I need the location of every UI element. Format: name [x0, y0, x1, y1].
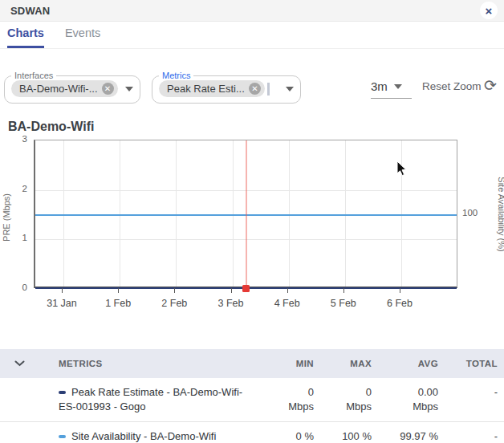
x-tickmark	[174, 288, 175, 293]
metrics-chip-label: Peak Rate Esti...	[167, 83, 245, 95]
chart-plot[interactable]	[34, 140, 457, 288]
metric-name-cell: Peak Rate Estimate - BA-Demo-Wifi-ES-001…	[39, 378, 264, 421]
row-spacer-cell	[0, 422, 39, 437]
filter-toolbar: Interfaces BA-Demo-Wifi-... ✕ Metrics Pe…	[0, 73, 504, 110]
min-value: 0 %	[264, 422, 320, 443]
chart-title: BA-Demo-Wifi	[8, 120, 504, 136]
col-header-max: MAX	[320, 359, 378, 368]
chip-remove-icon[interactable]: ✕	[102, 83, 114, 95]
metric-name: Peak Rate Estimate - BA-Demo-Wifi-ES-001…	[59, 386, 242, 413]
collapse-chevron-icon[interactable]	[0, 349, 39, 378]
metric-name-cell: Site Availability - BA-Demo-Wifi	[39, 422, 264, 443]
interfaces-select[interactable]: Interfaces BA-Demo-Wifi-... ✕	[4, 73, 140, 104]
col-header-total: TOTAL	[445, 359, 504, 368]
row-spacer-cell	[0, 378, 39, 392]
x-tickmark	[400, 288, 400, 293]
chevron-down-icon[interactable]	[125, 87, 133, 91]
tab-events[interactable]: Events	[65, 26, 100, 48]
avg-value: 99.97 %	[378, 422, 445, 443]
mouse-cursor	[396, 161, 408, 177]
right-axis-ticks: 100	[461, 140, 485, 288]
col-header-min: MIN	[264, 359, 320, 368]
x-tickmark	[343, 288, 344, 293]
text-cursor	[267, 83, 270, 96]
close-icon[interactable]: ×	[480, 2, 498, 19]
time-range-select[interactable]: 3m	[371, 79, 412, 99]
window-title: SDWAN	[10, 5, 50, 17]
interfaces-label: Interfaces	[11, 73, 56, 78]
series-legend-marker	[59, 435, 66, 438]
col-header-avg: AVG	[378, 359, 445, 368]
time-range-value: 3m	[371, 79, 388, 93]
x-tickmark	[287, 288, 288, 293]
left-axis-tick-label: 0	[22, 282, 27, 292]
left-axis-ticks: 0123	[0, 140, 30, 288]
series-legend-marker	[59, 391, 66, 394]
avg-value: 0.00 Mbps	[378, 378, 445, 421]
x-tickmark	[118, 288, 119, 293]
table-row[interactable]: Site Availability - BA-Demo-Wifi0 %100 %…	[0, 422, 504, 443]
total-value: -	[445, 422, 504, 443]
x-axis-tick-label: 31 Jan	[38, 298, 86, 309]
metrics-chip[interactable]: Peak Rate Esti... ✕	[159, 80, 265, 97]
min-value: 0 Mbps	[264, 378, 320, 421]
table-header-row: METRICS MIN MAX AVG TOTAL	[0, 349, 504, 378]
chip-remove-icon[interactable]: ✕	[249, 83, 261, 95]
x-axis-tick-label: 1 Feb	[94, 298, 142, 309]
x-tickmark	[231, 288, 232, 293]
x-tickmark	[62, 288, 63, 293]
x-axis-tick-label: 4 Feb	[263, 298, 311, 309]
metrics-select[interactable]: Metrics Peak Rate Esti... ✕	[152, 73, 301, 104]
max-value: 0 Mbps	[320, 378, 378, 421]
x-axis-tick-label: 5 Feb	[319, 298, 368, 309]
chevron-down-icon	[394, 84, 402, 89]
tab-bar: Charts Events	[0, 22, 504, 49]
max-value: 100 %	[320, 422, 378, 443]
x-axis-labels: 31 Jan1 Feb2 Feb3 Feb4 Feb5 Feb6 Feb	[34, 298, 457, 311]
metrics-table: METRICS MIN MAX AVG TOTAL Peak Rate Esti…	[0, 349, 504, 443]
right-axis-label: Site Availability (%)	[497, 170, 504, 258]
left-axis-tick-label: 2	[22, 184, 27, 193]
metrics-label: Metrics	[159, 73, 193, 78]
left-axis-tick-label: 1	[22, 233, 27, 242]
metric-name: Site Availability - BA-Demo-Wifi	[71, 430, 216, 442]
interfaces-chip[interactable]: BA-Demo-Wifi-... ✕	[11, 80, 118, 97]
refresh-icon[interactable]: ⟳	[481, 76, 500, 96]
table-row[interactable]: Peak Rate Estimate - BA-Demo-Wifi-ES-001…	[0, 378, 504, 422]
x-axis-tick-label: 2 Feb	[150, 298, 198, 309]
window-titlebar: SDWAN ×	[0, 0, 504, 22]
selection-crosshair	[246, 140, 247, 287]
interfaces-chip-label: BA-Demo-Wifi-...	[19, 83, 98, 95]
col-header-metrics: METRICS	[39, 359, 264, 368]
chevron-down-icon[interactable]	[286, 87, 294, 91]
x-axis-tick-label: 6 Feb	[376, 298, 424, 309]
x-axis-tickmarks	[34, 288, 457, 293]
reset-zoom-button[interactable]: Reset Zoom	[422, 80, 482, 92]
left-axis-tick-label: 3	[22, 134, 27, 144]
chart-region: PRE (Mbps) 0123 31 Jan1 Feb2 Feb3 Feb4 F…	[0, 136, 504, 316]
total-value: -	[445, 378, 504, 407]
tab-charts[interactable]: Charts	[7, 26, 44, 48]
right-axis-tick-label: 100	[462, 208, 478, 217]
table-body: Peak Rate Estimate - BA-Demo-Wifi-ES-001…	[0, 378, 504, 443]
x-axis-tick-label: 3 Feb	[207, 298, 255, 309]
